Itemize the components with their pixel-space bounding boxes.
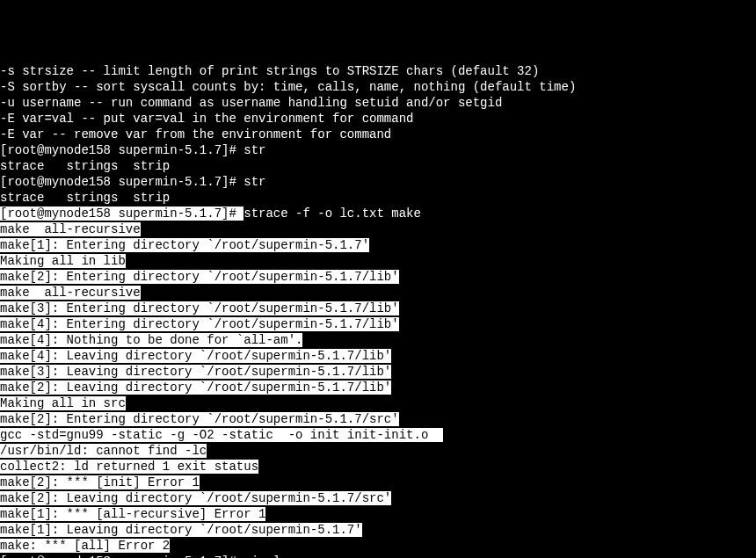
terminal-line: make[4]: Leaving directory `/root/superm… bbox=[0, 348, 756, 364]
terminal-text: gcc -std=gnu99 -static -g -O2 -static -o… bbox=[0, 428, 443, 442]
terminal-line: strace strings strip bbox=[0, 190, 756, 206]
terminal-line: -E var -- remove var from the environmen… bbox=[0, 127, 756, 142]
terminal-text: make[1]: Entering directory `/root/super… bbox=[0, 238, 369, 252]
terminal-line: make: *** [all] Error 2 bbox=[0, 538, 756, 554]
terminal-text: [root@mynode158 supermin-5.1.7]# str bbox=[0, 143, 265, 157]
terminal-text: [root@mynode158 supermin-5.1.7]# vim l bbox=[0, 554, 280, 558]
terminal-text: strace strings strip bbox=[0, 191, 170, 205]
terminal-line: make[1]: Leaving directory `/root/superm… bbox=[0, 522, 756, 538]
terminal-text: strace strings strip bbox=[0, 159, 170, 173]
terminal-line: /usr/bin/ld: cannot find -lc bbox=[0, 443, 756, 459]
terminal-text: make all-recursive bbox=[0, 222, 141, 236]
terminal-text: collect2: ld returned 1 exit status bbox=[0, 460, 258, 474]
terminal-line: [root@mynode158 supermin-5.1.7]# vim l bbox=[0, 554, 756, 558]
terminal-line: make[2]: Entering directory `/root/super… bbox=[0, 411, 756, 427]
terminal-line: make[1]: *** [all-recursive] Error 1 bbox=[0, 506, 756, 522]
terminal-text: make[2]: *** [init] Error 1 bbox=[0, 475, 200, 489]
terminal-text: make[1]: Leaving directory `/root/superm… bbox=[0, 523, 362, 537]
terminal-line: make all-recursive bbox=[0, 221, 756, 237]
terminal-text: make all-recursive bbox=[0, 286, 141, 300]
terminal-line: make[4]: Entering directory `/root/super… bbox=[0, 316, 756, 332]
terminal-text: make[3]: Entering directory `/root/super… bbox=[0, 301, 399, 315]
terminal-line: make[3]: Entering directory `/root/super… bbox=[0, 301, 756, 316]
terminal-line: -u username -- run command as username h… bbox=[0, 95, 756, 111]
terminal-text: [root@mynode158 supermin-5.1.7]# str bbox=[0, 175, 265, 189]
terminal-text: -E var=val -- put var=val in the environ… bbox=[0, 112, 413, 126]
terminal-text: make[4]: Entering directory `/root/super… bbox=[0, 317, 399, 331]
terminal-line: strace strings strip bbox=[0, 158, 756, 174]
terminal-line: collect2: ld returned 1 exit status bbox=[0, 459, 756, 475]
terminal-line: -S sortby -- sort syscall counts by: tim… bbox=[0, 79, 756, 95]
terminal-text-segment: strace -f -o lc.txt make bbox=[244, 207, 421, 221]
terminal-text: make: *** [all] Error 2 bbox=[0, 539, 170, 553]
terminal-line: make[2]: *** [init] Error 1 bbox=[0, 475, 756, 490]
terminal-line: -s strsize -- limit length of print stri… bbox=[0, 63, 756, 79]
terminal-line: Making all in src bbox=[0, 395, 756, 411]
terminal-line: make[2]: Entering directory `/root/super… bbox=[0, 269, 756, 285]
terminal-line: make[3]: Leaving directory `/root/superm… bbox=[0, 364, 756, 380]
terminal-line: [root@mynode158 supermin-5.1.7]# str bbox=[0, 142, 756, 158]
terminal-line: make all-recursive bbox=[0, 285, 756, 301]
terminal-line: make[1]: Entering directory `/root/super… bbox=[0, 237, 756, 253]
terminal-line: make[4]: Nothing to be done for `all-am'… bbox=[0, 332, 756, 348]
terminal-text: make[2]: Leaving directory `/root/superm… bbox=[0, 380, 391, 395]
terminal-text-segment: [root@mynode158 supermin-5.1.7]# bbox=[0, 207, 244, 221]
terminal-text: make[1]: *** [all-recursive] Error 1 bbox=[0, 507, 265, 521]
terminal-text: -s strsize -- limit length of print stri… bbox=[0, 64, 539, 78]
terminal-text: -S sortby -- sort syscall counts by: tim… bbox=[0, 80, 576, 94]
terminal-text: make[4]: Leaving directory `/root/superm… bbox=[0, 349, 391, 363]
terminal-line: -E var=val -- put var=val in the environ… bbox=[0, 111, 756, 127]
terminal-text: /usr/bin/ld: cannot find -lc bbox=[0, 444, 207, 458]
terminal-line: make[2]: Leaving directory `/root/superm… bbox=[0, 490, 756, 506]
terminal-text: Making all in lib bbox=[0, 254, 126, 268]
terminal-line: Making all in lib bbox=[0, 253, 756, 269]
terminal-text: make[3]: Leaving directory `/root/superm… bbox=[0, 365, 391, 379]
terminal-line: [root@mynode158 supermin-5.1.7]# str bbox=[0, 174, 756, 190]
terminal-text: make[2]: Leaving directory `/root/superm… bbox=[0, 491, 391, 505]
terminal-text: -u username -- run command as username h… bbox=[0, 96, 502, 110]
terminal-text: Making all in src bbox=[0, 396, 126, 410]
terminal-text: -E var -- remove var from the environmen… bbox=[0, 127, 391, 141]
terminal-output[interactable]: -s strsize -- limit length of print stri… bbox=[0, 63, 756, 558]
terminal-line: make[2]: Leaving directory `/root/superm… bbox=[0, 380, 756, 395]
terminal-line: [root@mynode158 supermin-5.1.7]# strace … bbox=[0, 206, 756, 221]
terminal-text: make[2]: Entering directory `/root/super… bbox=[0, 412, 399, 426]
terminal-text: make[2]: Entering directory `/root/super… bbox=[0, 270, 399, 284]
terminal-line: gcc -std=gnu99 -static -g -O2 -static -o… bbox=[0, 427, 756, 443]
terminal-text: make[4]: Nothing to be done for `all-am'… bbox=[0, 333, 302, 347]
